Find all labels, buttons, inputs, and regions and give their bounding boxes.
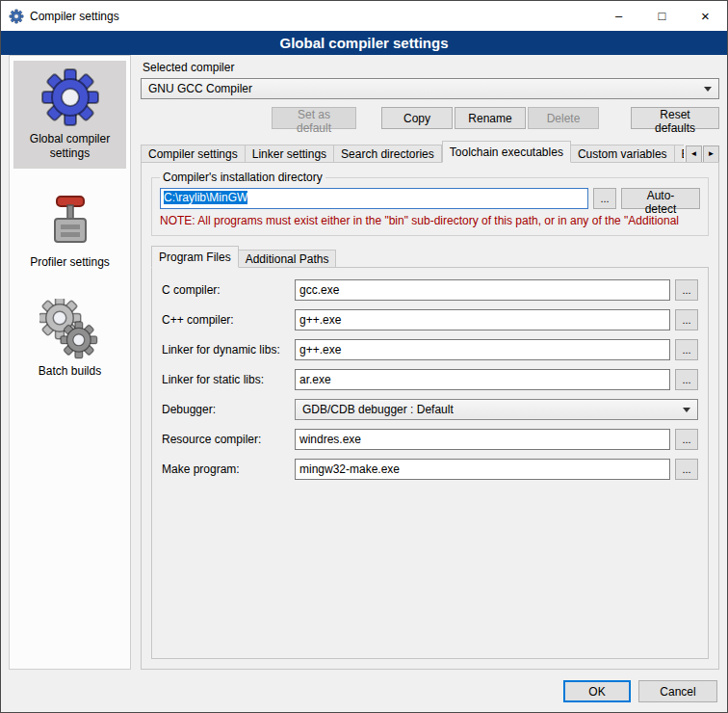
tab-strip: Compiler settingsLinker settingsSearch d… bbox=[141, 141, 719, 163]
close-button[interactable]: × bbox=[684, 1, 727, 31]
sidebar-item-batch-builds[interactable]: Batch builds bbox=[13, 293, 126, 386]
field-wrap: mingw32-make.exe... bbox=[295, 459, 698, 480]
selected-compiler-label: Selected compiler bbox=[143, 61, 719, 74]
chevron-down-icon bbox=[683, 408, 690, 412]
dialog-header: Global compiler settings bbox=[1, 31, 727, 55]
copy-button[interactable]: Copy bbox=[381, 107, 453, 129]
browse-button[interactable]: ... bbox=[675, 429, 698, 450]
ok-button[interactable]: OK bbox=[563, 680, 631, 702]
subtab-strip: Program FilesAdditional Paths bbox=[151, 246, 709, 268]
browse-button[interactable]: ... bbox=[675, 279, 698, 301]
tab-toolchain-executables[interactable]: Toolchain executables bbox=[442, 141, 571, 163]
main-panel: Selected compiler GNU GCC Compiler Set a… bbox=[141, 55, 719, 670]
make-program-input[interactable]: mingw32-make.exe bbox=[295, 459, 670, 480]
reset-defaults-button[interactable]: Reset defaults bbox=[631, 107, 719, 129]
browse-button[interactable]: ... bbox=[675, 369, 698, 390]
c-compiler-input[interactable]: gcc.exe bbox=[295, 279, 670, 301]
debugger-select[interactable]: GDB/CDB debugger : Default bbox=[295, 399, 698, 420]
field-wrap: g++.exe... bbox=[295, 339, 698, 360]
linker-for-static-libs-input[interactable]: ar.exe bbox=[295, 369, 670, 390]
program-files-rows: C compiler:gcc.exe...C++ compiler:g++.ex… bbox=[151, 267, 709, 659]
minimize-button[interactable]: – bbox=[597, 1, 640, 31]
tab-scroll-arrows: ◄ ► bbox=[686, 145, 719, 163]
gear-icon bbox=[39, 66, 101, 128]
sidebar-item-label: Global compiler settings bbox=[15, 132, 124, 161]
maximize-button[interactable]: □ bbox=[640, 1, 684, 31]
field-wrap: g++.exe... bbox=[295, 309, 698, 330]
field-wrap: ar.exe... bbox=[295, 369, 698, 390]
tab-search-directories[interactable]: Search directories bbox=[334, 145, 442, 163]
tab-scroll-right-icon[interactable]: ► bbox=[703, 145, 719, 163]
browse-directory-button[interactable]: ... bbox=[593, 188, 616, 209]
linker-for-dynamic-libs-input[interactable]: g++.exe bbox=[295, 339, 670, 360]
installation-directory-group: Compiler's installation directory C:\ray… bbox=[151, 171, 709, 236]
set-as-default-button[interactable]: Set as default bbox=[272, 107, 356, 129]
form-row-make-program: Make program:mingw32-make.exe... bbox=[162, 459, 698, 480]
auto-detect-button[interactable]: Auto-detect bbox=[621, 188, 700, 209]
chevron-down-icon bbox=[704, 87, 712, 92]
field-wrap: GDB/CDB debugger : Default bbox=[295, 399, 698, 420]
form-row-linker-for-dynamic-libs: Linker for dynamic libs:g++.exe... bbox=[162, 339, 698, 360]
tab-scroll-left-icon[interactable]: ◄ bbox=[686, 145, 702, 163]
c-compiler-input[interactable]: g++.exe bbox=[295, 309, 670, 330]
tab-custom-variables[interactable]: Custom variables bbox=[571, 145, 675, 163]
installation-directory-input[interactable]: C:\raylib\MinGW bbox=[160, 188, 588, 209]
sidebar-item-profiler-settings[interactable]: Profiler settings bbox=[13, 184, 126, 277]
field-label: Make program: bbox=[162, 462, 295, 476]
browse-button[interactable]: ... bbox=[675, 309, 698, 330]
subtab-program-files[interactable]: Program Files bbox=[151, 246, 239, 268]
installation-directory-legend: Compiler's installation directory bbox=[160, 171, 325, 184]
profiler-tool-icon bbox=[39, 190, 101, 251]
field-wrap: windres.exe... bbox=[295, 429, 698, 450]
tab-compiler-settings[interactable]: Compiler settings bbox=[141, 145, 246, 163]
field-label: C compiler: bbox=[162, 283, 295, 297]
form-row-resource-compiler: Resource compiler:windres.exe... bbox=[162, 429, 698, 450]
field-label: Linker for static libs: bbox=[162, 373, 295, 386]
installation-note: NOTE: All programs must exist either in … bbox=[160, 214, 700, 227]
resource-compiler-input[interactable]: windres.exe bbox=[295, 429, 670, 450]
compiler-settings-window: Compiler settings – □ × Global compiler … bbox=[0, 0, 728, 713]
field-label: Linker for dynamic libs: bbox=[162, 343, 295, 356]
window-title: Compiler settings bbox=[30, 10, 597, 23]
field-wrap: gcc.exe... bbox=[295, 279, 698, 301]
compiler-select-value: GNU GCC Compiler bbox=[148, 82, 696, 95]
field-label: C++ compiler: bbox=[162, 313, 295, 327]
tab-buil[interactable]: Buil bbox=[675, 145, 684, 163]
form-row-c-compiler: C++ compiler:g++.exe... bbox=[162, 309, 698, 330]
stacked-gears-icon bbox=[39, 299, 101, 360]
subtab-strip-items: Program FilesAdditional Paths bbox=[151, 246, 709, 268]
subtab-additional-paths[interactable]: Additional Paths bbox=[239, 250, 337, 268]
dialog-footer: OK Cancel bbox=[563, 680, 717, 702]
sidebar-item-label: Profiler settings bbox=[15, 255, 124, 270]
compiler-actions: Set as default Copy Rename Delete Reset … bbox=[141, 107, 719, 129]
compiler-select[interactable]: GNU GCC Compiler bbox=[141, 78, 719, 99]
rename-button[interactable]: Rename bbox=[455, 107, 526, 129]
dialog-body: Global compiler settings Profiler settin… bbox=[9, 55, 719, 670]
browse-button[interactable]: ... bbox=[675, 459, 698, 480]
field-label: Resource compiler: bbox=[162, 433, 295, 446]
field-label: Debugger: bbox=[162, 403, 295, 416]
sidebar-item-label: Batch builds bbox=[15, 364, 124, 379]
form-row-linker-for-static-libs: Linker for static libs:ar.exe... bbox=[162, 369, 698, 390]
cancel-button[interactable]: Cancel bbox=[638, 680, 717, 702]
form-row-c-compiler: C compiler:gcc.exe... bbox=[162, 279, 698, 301]
tab-linker-settings[interactable]: Linker settings bbox=[246, 145, 334, 163]
installation-directory-value: C:\raylib\MinGW bbox=[164, 191, 247, 204]
form-row-debugger: Debugger:GDB/CDB debugger : Default bbox=[162, 399, 698, 420]
sidebar-item-global-compiler-settings[interactable]: Global compiler settings bbox=[13, 61, 126, 169]
tab-strip-items: Compiler settingsLinker settingsSearch d… bbox=[141, 141, 684, 163]
app-icon bbox=[9, 9, 24, 24]
debugger-select-value: GDB/CDB debugger : Default bbox=[302, 403, 675, 416]
toolchain-executables-panel: Compiler's installation directory C:\ray… bbox=[141, 162, 719, 670]
settings-sidebar: Global compiler settings Profiler settin… bbox=[9, 55, 131, 670]
titlebar: Compiler settings – □ × bbox=[1, 1, 727, 31]
installation-directory-row: C:\raylib\MinGW ... Auto-detect bbox=[160, 188, 700, 209]
delete-button[interactable]: Delete bbox=[528, 107, 599, 129]
browse-button[interactable]: ... bbox=[675, 339, 698, 360]
